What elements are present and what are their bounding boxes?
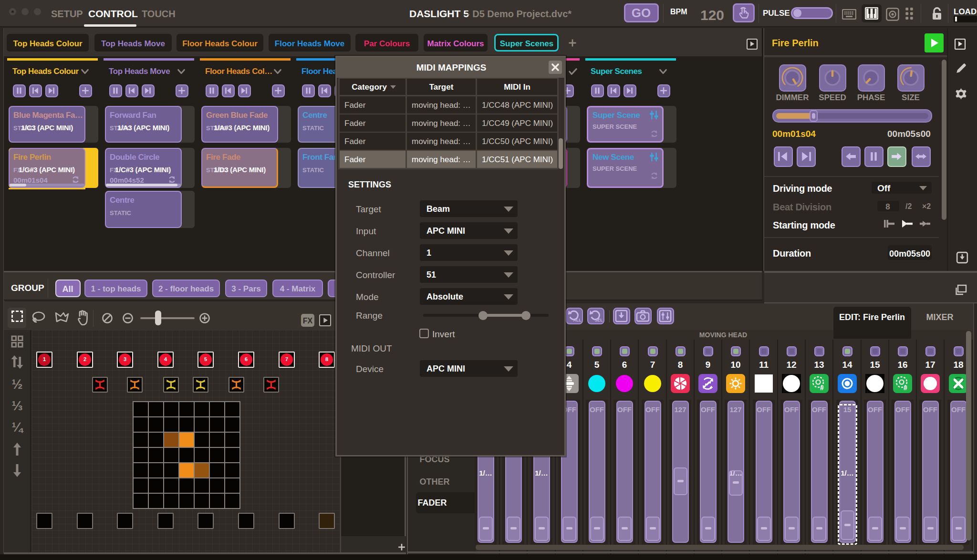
svg-text:ALL: ALL bbox=[573, 318, 581, 322]
svg-text:SEL: SEL bbox=[595, 318, 603, 322]
svg-text:#: # bbox=[904, 384, 907, 392]
svg-text:#: # bbox=[820, 384, 824, 392]
